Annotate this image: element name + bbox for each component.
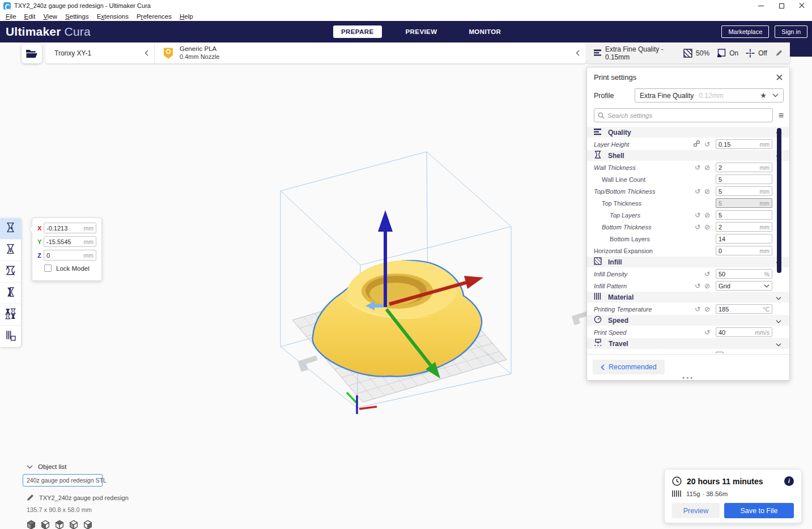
calculated-value-icon[interactable]: ⊘ (704, 164, 710, 171)
marketplace-button[interactable]: Marketplace (721, 25, 769, 38)
z-position-input[interactable] (46, 252, 79, 259)
tab-prepare[interactable]: PREPARE (333, 25, 382, 38)
y-position-input[interactable] (46, 238, 79, 245)
mirror-tool[interactable] (0, 283, 21, 304)
undo-icon[interactable]: ↺ (695, 224, 700, 231)
y-position-field[interactable]: mm (44, 236, 96, 247)
category-travel[interactable]: Travel (587, 338, 789, 349)
recommended-button[interactable]: Recommended (593, 360, 665, 374)
view-front-icon[interactable] (41, 520, 50, 529)
view-right-icon[interactable] (83, 520, 92, 529)
menu-file[interactable]: File (2, 12, 20, 20)
setting-value-field[interactable]: 5 (716, 174, 772, 184)
menu-edit[interactable]: Edit (21, 12, 39, 20)
tab-monitor[interactable]: MONITOR (461, 25, 509, 38)
undo-icon[interactable]: ↺ (704, 271, 710, 278)
calculated-value-icon[interactable]: ⊘ (704, 212, 710, 219)
x-position-field[interactable]: mm (44, 223, 96, 233)
move-tool[interactable] (0, 218, 21, 240)
settings-menu-icon[interactable]: ≡ (779, 111, 784, 120)
model-name-row[interactable]: TXY2_240z gauge pod redesign (23, 494, 129, 501)
setting-value-field[interactable]: Grid (716, 281, 772, 291)
chevron-down-icon (772, 93, 779, 97)
logo-light: Cura (65, 25, 91, 38)
setting-value-field[interactable]: 40mm/s (716, 327, 772, 337)
menu-view[interactable]: View (40, 12, 61, 20)
close-button[interactable] (792, 0, 812, 11)
material-selector[interactable]: Generic PLA 0.4mm Nozzle (155, 42, 586, 63)
z-position-field[interactable]: mm (44, 250, 96, 261)
setting-value-field[interactable]: 0.15mm (716, 139, 772, 149)
view-top-icon[interactable] (55, 520, 64, 529)
sign-in-button[interactable]: Sign in (775, 25, 807, 38)
object-list-item[interactable]: 240z gauge pod redesign STL (23, 474, 103, 487)
view-3d-icon[interactable] (27, 520, 36, 529)
menu-extensions[interactable]: Extensions (93, 12, 132, 20)
x-position-input[interactable] (46, 225, 79, 232)
lock-model-checkbox[interactable] (44, 264, 52, 272)
maximize-button[interactable] (771, 0, 792, 11)
menu-preferences[interactable]: Preferences (133, 12, 175, 20)
setting-value-field[interactable]: 5 (716, 210, 772, 220)
calculated-value-icon[interactable]: ⊘ (704, 188, 710, 195)
setting-value-field[interactable]: 0mm (716, 246, 772, 255)
category-speed[interactable]: Speed (587, 315, 789, 326)
minimize-button[interactable] (751, 0, 771, 11)
close-panel-icon[interactable] (776, 74, 783, 80)
printer-selector[interactable]: Tronxy XY-1 (45, 42, 155, 63)
print-settings-summary-bar[interactable]: Extra Fine Quality - 0.15mm 50% On (586, 42, 790, 63)
calculated-value-icon[interactable]: ⊘ (704, 306, 710, 313)
panel-resize-handle[interactable]: ●●● (682, 376, 695, 379)
setting-value-field[interactable]: 2mm (716, 222, 772, 232)
undo-icon[interactable]: ↺ (695, 283, 700, 289)
profile-dropdown[interactable]: Extra Fine Quality 0.12mm ★ (635, 88, 784, 103)
star-icon[interactable]: ★ (760, 91, 767, 100)
support-blocker-tool[interactable] (0, 326, 21, 347)
setting-value-field[interactable]: 2mm (716, 163, 772, 172)
category-quality[interactable]: Quality (587, 127, 789, 138)
undo-icon[interactable]: ↺ (695, 188, 700, 195)
tab-preview[interactable]: PREVIEW (398, 25, 445, 38)
category-material[interactable]: Material (587, 292, 789, 302)
object-list-label: Object list (38, 463, 67, 470)
undo-icon[interactable]: ↺ (695, 164, 700, 171)
setting-value-field[interactable]: 14 (716, 234, 772, 244)
panel-title: Print settings (594, 73, 636, 82)
per-model-settings-tool[interactable] (0, 304, 21, 326)
printer-name: Tronxy XY-1 (54, 49, 91, 57)
undo-icon[interactable]: ↺ (695, 306, 700, 313)
undo-icon[interactable]: ↺ (704, 329, 710, 336)
setting-checkbox[interactable] (716, 352, 724, 354)
category-infill[interactable]: Infill (587, 257, 789, 267)
preview-button[interactable]: Preview (672, 503, 720, 518)
undo-icon[interactable]: ↺ (695, 212, 700, 219)
calculated-value-icon[interactable]: ⊘ (704, 224, 710, 231)
info-icon[interactable]: i (784, 476, 794, 486)
undo-icon[interactable]: ↺ (704, 141, 710, 148)
category-label: Shell (608, 152, 624, 160)
category-shell[interactable]: Shell (587, 150, 789, 161)
setting-row-infill-pattern: Infill Pattern↺⊘Grid (587, 280, 789, 292)
settings-search[interactable] (594, 108, 773, 122)
setting-value-field[interactable]: 5mm (716, 198, 772, 208)
save-to-file-button[interactable]: Save to File (724, 503, 794, 518)
edit-settings-icon[interactable] (776, 49, 783, 57)
rotate-tool[interactable] (0, 261, 21, 283)
setting-value-field[interactable]: 50% (716, 269, 772, 279)
calculated-value-icon[interactable]: ⊘ (704, 283, 710, 289)
setting-value-field[interactable]: 5mm (716, 186, 772, 196)
settings-scrollbar[interactable] (777, 128, 781, 273)
object-list-toggle[interactable]: Object list (23, 463, 129, 470)
chevron-down-icon (776, 320, 781, 323)
search-input[interactable] (607, 112, 769, 119)
menu-help[interactable]: Help (176, 12, 197, 20)
link-icon[interactable] (693, 139, 700, 150)
menu-settings[interactable]: Settings (62, 12, 92, 20)
setting-value-field[interactable]: 185°C (716, 304, 772, 314)
setting-unit: mm (760, 164, 770, 171)
setting-label: Enable Retraction (594, 352, 643, 354)
print-settings-panel: Print settings Profile Extra Fine Qualit… (586, 67, 790, 381)
view-left-icon[interactable] (69, 520, 78, 529)
scale-tool[interactable] (0, 240, 21, 261)
open-file-button[interactable] (22, 43, 42, 63)
